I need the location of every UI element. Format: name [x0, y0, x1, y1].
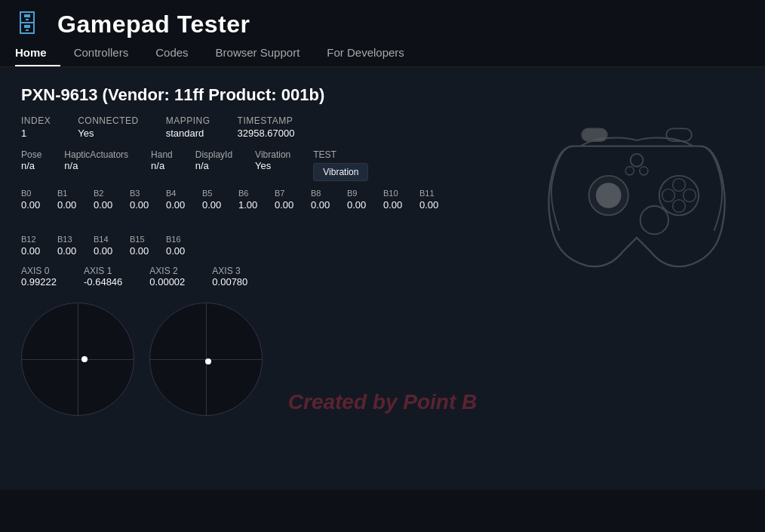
- svg-point-3: [684, 189, 696, 202]
- btn-label-b12: B12: [21, 235, 50, 244]
- axis-item-axis-3: AXIS 30.00780: [212, 266, 247, 288]
- joysticks-row: [21, 303, 744, 416]
- button-item-b3: B30.00: [130, 189, 158, 211]
- btn-value-b10: 0.00: [383, 199, 412, 211]
- btn-label-b8: B8: [311, 189, 339, 198]
- btn-value-b8: 0.00: [311, 199, 339, 211]
- btn-value-b13: 0.00: [57, 245, 86, 257]
- axis-item-axis-1: AXIS 1-0.64846: [84, 266, 122, 288]
- svg-point-12: [631, 154, 644, 167]
- btn-label-b2: B2: [94, 189, 122, 198]
- btn-value-b11: 0.00: [419, 199, 448, 211]
- btn-label-b1: B1: [57, 189, 86, 198]
- btn-label-b9: B9: [347, 189, 376, 198]
- axis-item-axis-2: AXIS 20.00002: [149, 266, 185, 288]
- button-item-b1: B10.00: [57, 189, 86, 211]
- btn-value-b15: 0.00: [130, 245, 158, 257]
- haptic-label: HapticActuators: [64, 149, 128, 160]
- nav-item-for-developers[interactable]: For Developers: [313, 38, 418, 66]
- joystick-right: [149, 303, 263, 416]
- btn-label-b0: B0: [21, 189, 50, 198]
- joystick-left: [21, 303, 134, 416]
- svg-rect-9: [666, 128, 692, 141]
- button-item-b0: B00.00: [21, 189, 50, 211]
- stat-display: DisplayId n/a: [195, 149, 232, 181]
- joystick-left-vline: [78, 303, 78, 415]
- btn-value-b16: 0.00: [166, 245, 195, 257]
- svg-point-6: [596, 183, 622, 208]
- vibration-value: Yes: [255, 160, 290, 171]
- connected-value: Yes: [78, 128, 139, 139]
- axis-label: AXIS 0: [21, 266, 57, 276]
- axis-label: AXIS 2: [149, 266, 185, 276]
- logo-icon: 🗄: [15, 11, 39, 38]
- info-index: INDEX 1: [21, 115, 51, 139]
- haptic-value: n/a: [64, 160, 128, 171]
- pose-label: Pose: [21, 149, 41, 160]
- stat-hand: Hand n/a: [151, 149, 173, 181]
- connected-label: CONNECTED: [78, 115, 139, 126]
- btn-label-b16: B16: [166, 235, 195, 244]
- btn-label-b15: B15: [130, 235, 158, 244]
- btn-value-b6: 1.00: [238, 199, 267, 211]
- btn-label-b11: B11: [419, 189, 448, 198]
- nav: Home Controllers Codes Browser Support F…: [0, 38, 765, 67]
- index-value: 1: [21, 128, 51, 139]
- btn-value-b14: 0.00: [94, 245, 122, 257]
- btn-label-b5: B5: [202, 189, 231, 198]
- nav-item-home[interactable]: Home: [15, 38, 60, 66]
- btn-value-b9: 0.00: [347, 199, 376, 211]
- btn-label-b14: B14: [94, 235, 122, 244]
- info-connected: CONNECTED Yes: [78, 115, 139, 139]
- btn-label-b4: B4: [166, 189, 195, 198]
- button-item-b15: B150.00: [130, 235, 158, 257]
- timestamp-label: TIMESTAMP: [238, 115, 295, 126]
- gamepad-illustration: [531, 90, 742, 316]
- btn-value-b1: 0.00: [57, 199, 86, 211]
- timestamp-value: 32958.67000: [238, 128, 295, 139]
- button-item-b11: B110.00: [419, 189, 448, 211]
- button-item-b2: B20.00: [94, 189, 122, 211]
- index-label: INDEX: [21, 115, 51, 126]
- button-item-b4: B40.00: [166, 189, 195, 211]
- svg-point-2: [673, 179, 686, 192]
- button-item-b10: B100.00: [383, 189, 412, 211]
- button-item-b13: B130.00: [57, 235, 86, 257]
- mapping-value: standard: [166, 128, 210, 139]
- svg-rect-8: [582, 128, 607, 141]
- info-timestamp: TIMESTAMP 32958.67000: [238, 115, 295, 139]
- hand-label: Hand: [151, 149, 173, 160]
- joystick-dot: [81, 356, 88, 362]
- display-value: n/a: [195, 160, 232, 171]
- vibration-test-button[interactable]: Vibration: [313, 163, 368, 181]
- axis-item-axis-0: AXIS 00.99222: [21, 266, 57, 288]
- nav-item-codes[interactable]: Codes: [142, 38, 201, 66]
- axis-value: 0.00002: [149, 276, 185, 288]
- button-item-b7: B70.00: [275, 189, 303, 211]
- btn-label-b7: B7: [275, 189, 303, 198]
- test-col: TEST Vibration: [313, 149, 368, 181]
- nav-item-controllers[interactable]: Controllers: [60, 38, 143, 66]
- button-item-b9: B90.00: [347, 189, 376, 211]
- stat-pose: Pose n/a: [21, 149, 41, 181]
- mapping-label: MAPPING: [166, 115, 210, 126]
- btn-label-b3: B3: [130, 189, 158, 198]
- info-mapping: MAPPING standard: [166, 115, 210, 139]
- button-item-b14: B140.00: [94, 235, 122, 257]
- btn-label-b10: B10: [383, 189, 412, 198]
- hand-value: n/a: [151, 160, 173, 171]
- btn-value-b0: 0.00: [21, 199, 50, 211]
- button-item-b16: B160.00: [166, 235, 195, 257]
- btn-value-b7: 0.00: [275, 199, 303, 211]
- vibration-label: Vibration: [255, 149, 290, 160]
- button-item-b8: B80.00: [311, 189, 339, 211]
- svg-point-4: [673, 200, 686, 213]
- nav-item-browser-support[interactable]: Browser Support: [202, 38, 314, 66]
- display-label: DisplayId: [195, 149, 232, 160]
- stat-haptic: HapticActuators n/a: [64, 149, 128, 181]
- btn-label-b6: B6: [238, 189, 267, 198]
- btn-value-b4: 0.00: [166, 199, 195, 211]
- button-item-b6: B61.00: [238, 189, 267, 211]
- axis-value: -0.64846: [84, 276, 122, 288]
- svg-point-11: [640, 167, 648, 175]
